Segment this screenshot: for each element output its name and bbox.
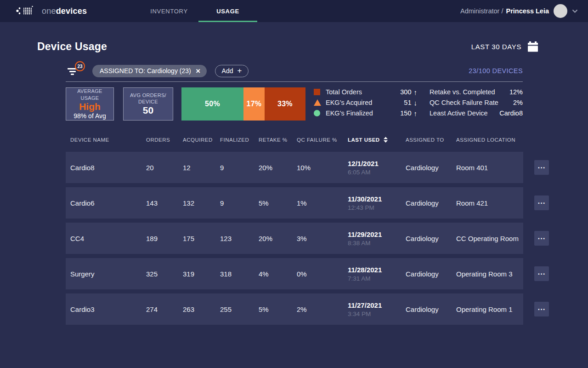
col-device-name: DEVICE NAME	[70, 137, 146, 143]
cell-retake: 20%	[259, 235, 297, 242]
bar-segment-rust: 33%	[265, 87, 305, 121]
chip-close-icon[interactable]: ✕	[196, 68, 201, 74]
cell-qc-failure: 0%	[297, 270, 348, 278]
divider	[66, 81, 523, 82]
metric-value: 12%	[509, 88, 523, 96]
col-orders: ORDERS	[146, 137, 183, 143]
arrow-up-icon: ↑	[414, 88, 418, 96]
cell-last-used: 11/27/2021 3:34 PM	[348, 301, 406, 317]
cell-assigned-to: Cardiology	[406, 164, 456, 172]
plus-icon: +	[237, 67, 242, 75]
legend-square-icon	[314, 89, 320, 95]
col-qc-failure: QC FAILURE %	[297, 137, 348, 143]
filter-chip-assigned-to[interactable]: ASSIGNED TO: Cardiology (23) ✕	[92, 65, 207, 77]
filter-icon[interactable]: 23	[68, 65, 79, 76]
row-actions-button[interactable]: ...	[534, 196, 549, 210]
col-assigned-location: ASSIGNED LOCATION	[456, 137, 523, 143]
bar-segment-orange: 17%	[243, 87, 265, 121]
legend-triangle-icon	[314, 99, 321, 106]
cell-qc-failure: 2%	[297, 305, 348, 313]
table-row: Cardio8 20 12 9 20% 10% 12/1/2021 6:05 A…	[66, 152, 549, 183]
stat-label: AVG ORDERS/ DEVICE	[128, 92, 169, 105]
brand-logo: onedevices	[16, 0, 87, 22]
cell-acquired: 12	[183, 164, 220, 172]
filter-count-badge: 23	[75, 61, 85, 71]
date-range-control[interactable]: LAST 30 DAYS	[471, 41, 538, 52]
page-title: Device Usage	[37, 40, 107, 53]
cell-acquired: 175	[183, 235, 220, 242]
cell-device-name: CC4	[70, 235, 146, 242]
cell-retake: 20%	[259, 164, 297, 172]
user-menu[interactable]: Administrator / Princess Leia	[460, 0, 578, 22]
table-row-card[interactable]: Cardio8 20 12 9 20% 10% 12/1/2021 6:05 A…	[66, 152, 523, 183]
stat-value: 50	[143, 105, 153, 116]
logo-icon	[16, 6, 37, 17]
legend-value: 51↓	[404, 99, 417, 107]
avatar[interactable]	[554, 4, 567, 18]
tab-inventory[interactable]: INVENTORY	[140, 0, 198, 22]
table-row-card[interactable]: Cardio3 274 263 255 5% 2% 11/27/2021 3:3…	[66, 293, 523, 325]
cell-device-name: Cardio6	[70, 199, 146, 207]
avg-orders-card: AVG ORDERS/ DEVICE 50	[123, 87, 173, 121]
cell-location: CC Operating Room	[456, 235, 523, 242]
metric-label: Least Active Device	[430, 109, 488, 117]
cell-last-used: 11/29/2021 8:38 AM	[348, 230, 406, 247]
cell-finalized: 123	[220, 235, 259, 242]
usage-stacked-bar: 50% 17% 33%	[181, 87, 305, 121]
table-row-card[interactable]: CC4 189 175 123 20% 3% 11/29/2021 8:38 A…	[66, 223, 523, 254]
device-table: Cardio8 20 12 9 20% 10% 12/1/2021 6:05 A…	[66, 152, 549, 325]
date-range-label: LAST 30 DAYS	[471, 43, 521, 51]
cell-finalized: 9	[220, 199, 259, 207]
cell-location: Operating Room 3	[456, 270, 523, 278]
cell-orders: 143	[146, 199, 183, 207]
legend-item-ekgs-finalized: EKG’s Finalized 150↑	[314, 110, 417, 116]
metric-value: 2%	[513, 99, 523, 106]
brand-name: onedevices	[42, 6, 87, 16]
cell-acquired: 319	[183, 270, 220, 278]
row-actions-button[interactable]: ...	[534, 231, 549, 246]
chevron-down-icon[interactable]	[572, 9, 578, 13]
cell-retake: 5%	[259, 305, 297, 313]
cell-assigned-to: Cardiology	[406, 235, 456, 242]
cell-qc-failure: 10%	[297, 164, 348, 172]
cell-assigned-to: Cardiology	[406, 199, 456, 207]
main-tabs: INVENTORY USAGE	[140, 0, 257, 22]
row-actions-button[interactable]: ...	[534, 302, 549, 316]
col-last-used-sort[interactable]: LAST USED	[348, 137, 406, 143]
filter-bar: 23 ASSIGNED TO: Cardiology (23) ✕ Add +	[68, 64, 249, 78]
cell-qc-failure: 3%	[297, 235, 348, 242]
cell-finalized: 255	[220, 305, 259, 313]
table-row-card[interactable]: Surgery 325 319 318 4% 0% 11/28/2021 7:3…	[66, 258, 523, 289]
col-retake: RETAKE %	[259, 137, 297, 143]
cell-device-name: Cardio3	[70, 305, 146, 313]
row-actions-button[interactable]: ...	[534, 160, 549, 175]
cell-orders: 20	[146, 164, 183, 172]
cell-orders: 189	[146, 235, 183, 242]
bar-segment-green: 50%	[181, 87, 243, 121]
add-filter-button[interactable]: Add +	[215, 65, 249, 77]
table-row: Surgery 325 319 318 4% 0% 11/28/2021 7:3…	[66, 258, 549, 289]
table-row-card[interactable]: Cardio6 143 132 9 5% 1% 11/30/2021 12:43…	[66, 187, 523, 218]
table-header: DEVICE NAME ORDERS ACQUIRED FINALIZED RE…	[66, 133, 523, 146]
col-acquired: ACQUIRED	[183, 137, 220, 143]
metric-qc-failure-rate: QC Check Failure Rate 2%	[430, 99, 523, 106]
metric-retake-vs-completed: Retake vs. Completed 12%	[430, 89, 523, 95]
stat-subtext: 98% of Avg	[74, 112, 106, 120]
table-row: Cardio3 274 263 255 5% 2% 11/27/2021 3:3…	[66, 293, 549, 325]
calendar-icon[interactable]	[527, 41, 538, 52]
legend-value: 300↑	[400, 88, 417, 96]
cell-assigned-to: Cardiology	[406, 305, 456, 313]
cell-qc-failure: 1%	[297, 199, 348, 207]
top-navbar: onedevices INVENTORY USAGE Administrator…	[0, 0, 588, 22]
legend-value: 150↑	[400, 109, 417, 117]
tab-usage[interactable]: USAGE	[198, 0, 257, 22]
arrow-up-icon: ↑	[414, 109, 418, 117]
devices-count: 23/100 DEVICES	[469, 67, 523, 75]
user-role: Administrator /	[460, 7, 503, 15]
average-usage-card: AVERAGE USAGE High 98% of Avg	[66, 87, 114, 121]
cell-assigned-to: Cardiology	[406, 270, 456, 278]
cell-last-used: 12/1/2021 6:05 AM	[348, 160, 406, 176]
kpi-metrics: Retake vs. Completed 12% QC Check Failur…	[430, 89, 523, 116]
row-actions-button[interactable]: ...	[534, 266, 549, 281]
cell-orders: 274	[146, 305, 183, 313]
